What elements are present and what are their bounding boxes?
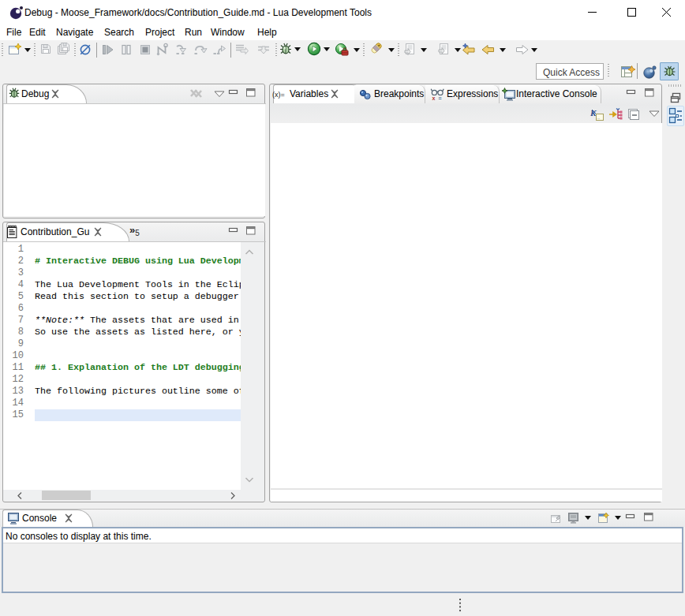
- svg-text:x: x: [432, 95, 436, 101]
- svg-text:(x)=: (x)=: [272, 91, 285, 99]
- svg-text:=: =: [439, 95, 442, 101]
- svg-text:...: ...: [597, 115, 600, 120]
